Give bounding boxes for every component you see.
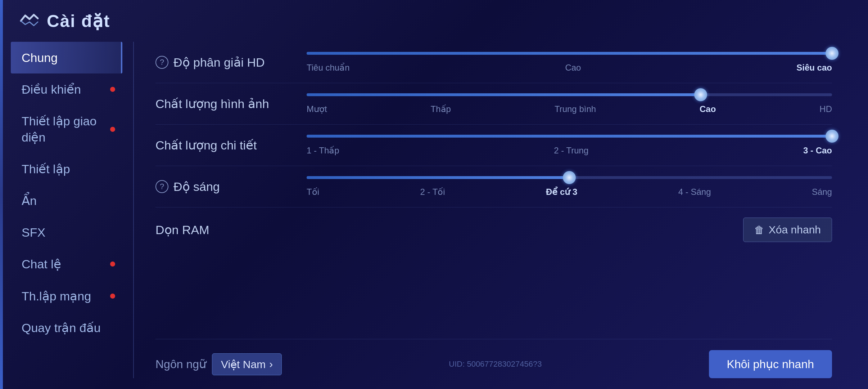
setting-label-chat-luong-hinh-anh: Chất lượng hình ảnh [155,97,307,111]
slider-do-sang[interactable] [307,176,832,179]
slider-marker: 3 - Cao [803,146,832,156]
slider-marker: 2 - Tối [420,187,445,197]
sidebar-item-thiet-lap[interactable]: Thiết lập [11,153,122,185]
trash-icon: 🗑 [754,224,764,236]
sidebar-item-chat-le[interactable]: Chat lệ [11,248,122,280]
language-value-text: Việt Nam [221,358,266,371]
setting-control-don-ram: 🗑Xóa nhanh [307,218,832,242]
setting-control-chat-luong-hinh-anh: MượtThấpTrung bìnhCaoHD [307,93,832,114]
slider-track-chat-luong-hinh-anh [307,93,832,96]
slider-track-do-phan-giai [307,52,832,55]
setting-label-don-ram: Dọn RAM [155,223,307,237]
setting-row-don-ram: Dọn RAM🗑Xóa nhanh [155,207,832,252]
page-header: Cài đặt [11,11,846,31]
setting-label-chat-luong-chi-tiet: Chất lượng chi tiết [155,138,307,152]
slider-markers-chat-luong-hinh-anh: MượtThấpTrung bìnhCaoHD [307,104,832,114]
setting-row-do-sang: ?Độ sángTối2 - TốiĐể cứ 34 - SángSáng [155,166,832,207]
page-title: Cài đặt [47,11,110,31]
slider-markers-chat-luong-chi-tiet: 1 - Thấp2 - Trung3 - Cao [307,146,832,156]
setting-control-do-phan-giai: Tiêu chuẩnCaoSiêu cao [307,52,832,73]
slider-do-phan-giai[interactable] [307,52,832,55]
language-value-button[interactable]: Việt Nam › [212,353,282,375]
slider-marker: Thấp [431,104,451,114]
slider-marker: Mượt [307,104,327,114]
slider-markers-do-phan-giai: Tiêu chuẩnCaoSiêu cao [307,63,832,73]
sidebar-item-thiet-lap-giao-dien[interactable]: Thiết lập giao diện [11,105,122,153]
slider-fill-chat-luong-hinh-anh [307,93,701,96]
logo-icon [18,12,40,30]
slider-marker: Siêu cao [796,63,832,73]
slider-marker: 4 - Sáng [678,187,711,197]
slider-track-chat-luong-chi-tiet [307,135,832,138]
sidebar-item-chung[interactable]: Chung [11,42,122,73]
slider-marker: Tối [307,187,319,197]
slider-thumb-chat-luong-hinh-anh[interactable] [694,88,707,101]
slider-fill-do-phan-giai [307,52,832,55]
xoa-nhanh-label: Xóa nhanh [769,224,821,236]
slider-chat-luong-chi-tiet[interactable] [307,135,832,138]
setting-label-text-chat-luong-chi-tiet: Chất lượng chi tiết [155,138,257,152]
setting-label-do-phan-giai: ?Độ phân giải HD [155,55,307,70]
slider-marker: 2 - Trung [554,146,588,156]
sidebar-item-an[interactable]: Ẩn [11,185,122,216]
setting-row-do-phan-giai: ?Độ phân giải HDTiêu chuẩnCaoSiêu cao [155,42,832,83]
slider-chat-luong-hinh-anh[interactable] [307,93,832,96]
setting-label-text-do-sang: Độ sáng [173,179,220,194]
uid-text: UID: 500677283027456?3 [449,359,542,369]
setting-label-do-sang: ?Độ sáng [155,179,307,194]
help-icon-do-sang[interactable]: ? [155,180,168,193]
slider-track-do-sang [307,176,832,179]
notification-dot [110,294,115,299]
setting-label-text-don-ram: Dọn RAM [155,223,209,237]
sidebar-item-th-lap-mang[interactable]: Th.lập mạng [11,280,122,312]
slider-marker: Trung bình [555,104,596,114]
setting-control-chat-luong-chi-tiet: 1 - Thấp2 - Trung3 - Cao [307,135,832,156]
setting-label-text-chat-luong-hinh-anh: Chất lượng hình ảnh [155,97,269,111]
sidebar-divider [133,42,134,378]
setting-label-text-do-phan-giai: Độ phân giải HD [173,55,265,70]
language-selector: Ngôn ngữ Việt Nam › [155,353,282,375]
sidebar: ChungĐiều khiểnThiết lập giao diệnThiết … [11,42,126,378]
restore-button[interactable]: Khôi phục nhanh [709,350,832,378]
slider-thumb-do-phan-giai[interactable] [826,47,838,60]
slider-marker: Sáng [812,187,832,197]
slider-thumb-do-sang[interactable] [563,171,576,184]
settings-list: ?Độ phân giải HDTiêu chuẩnCaoSiêu caoChấ… [155,42,832,335]
language-chevron-icon: › [269,358,273,370]
slider-marker: Cao [700,104,716,114]
sidebar-item-quay-tran-dau[interactable]: Quay trận đấu [11,312,122,344]
content-area: ?Độ phân giải HDTiêu chuẩnCaoSiêu caoChấ… [141,42,846,378]
setting-row-chat-luong-hinh-anh: Chất lượng hình ảnhMượtThấpTrung bìnhCao… [155,83,832,125]
sidebar-item-sfx[interactable]: SFX [11,216,122,248]
slider-marker: Tiêu chuẩn [307,63,350,73]
language-label: Ngôn ngữ [155,357,206,371]
help-icon-do-phan-giai[interactable]: ? [155,56,168,69]
sidebar-item-dieu-khien[interactable]: Điều khiển [11,73,122,105]
notification-dot [110,127,115,132]
slider-marker: Để cứ 3 [546,187,577,197]
slider-marker: Cao [565,63,581,73]
notification-dot [110,87,115,92]
slider-fill-do-sang [307,176,569,179]
footer: Ngôn ngữ Việt Nam › UID: 500677283027456… [155,339,832,378]
slider-marker: HD [819,104,832,114]
setting-row-chat-luong-chi-tiet: Chất lượng chi tiết1 - Thấp2 - Trung3 - … [155,125,832,166]
slider-markers-do-sang: Tối2 - TốiĐể cứ 34 - SángSáng [307,187,832,197]
setting-control-do-sang: Tối2 - TốiĐể cứ 34 - SángSáng [307,176,832,197]
left-edge-accent [0,0,3,389]
notification-dot [110,261,115,267]
slider-marker: 1 - Thấp [307,146,339,156]
xoa-nhanh-button[interactable]: 🗑Xóa nhanh [743,218,832,242]
slider-thumb-chat-luong-chi-tiet[interactable] [826,130,838,143]
slider-fill-chat-luong-chi-tiet [307,135,832,138]
